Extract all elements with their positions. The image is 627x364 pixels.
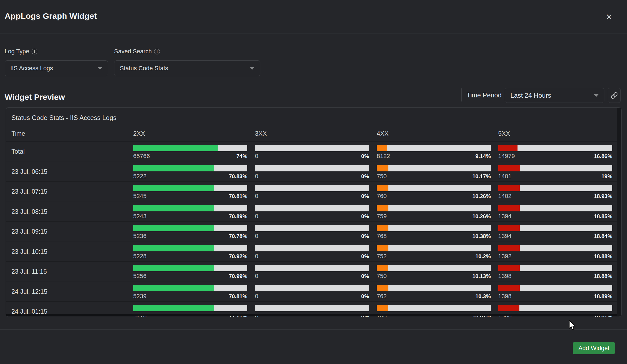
progress-bar — [498, 305, 612, 311]
progress-bar — [377, 285, 491, 291]
cell-value: 0 — [255, 153, 258, 160]
cell-percent: 10.26% — [472, 213, 491, 220]
widget-preview-heading: Widget Preview — [5, 92, 65, 102]
widget-preview-panel: Status Code Stats - IIS Access Logs Time… — [6, 107, 622, 317]
status-cell-2xx: 5256 70.99% — [133, 262, 255, 282]
progress-bar — [498, 185, 612, 191]
progress-bar-fill — [498, 265, 520, 271]
cell-percent: 0% — [361, 213, 369, 220]
cell-percent: 18.84% — [594, 233, 612, 239]
status-cell-2xx: 65766 74% — [133, 142, 255, 162]
time-period-select[interactable]: Last 24 Hours — [505, 88, 604, 103]
cell-value: 0 — [255, 233, 258, 240]
progress-bar — [498, 245, 612, 251]
status-cell-4xx: 768 10.38% — [377, 222, 498, 242]
log-type-selected-value: IIS Access Logs — [10, 65, 53, 72]
time-period-selected-value: Last 24 Hours — [510, 92, 551, 99]
log-type-label: Log Type i — [5, 48, 37, 55]
cell-percent: 18.88% — [594, 273, 612, 279]
status-cell-4xx: 752 10.2% — [377, 242, 498, 262]
progress-bar-fill — [498, 245, 520, 251]
add-widget-button[interactable]: Add Widget — [573, 342, 615, 354]
cell-percent: 18.85% — [594, 213, 612, 220]
progress-bar — [498, 285, 612, 291]
cell-percent: 0% — [361, 273, 369, 279]
cell-value: 0 — [255, 273, 258, 280]
status-cell-4xx: 760 10.26% — [377, 182, 498, 202]
cell-value: 1401 — [498, 173, 512, 180]
info-icon[interactable]: i — [32, 49, 37, 54]
cell-percent: 70.83% — [229, 173, 247, 180]
footer-divider — [0, 329, 627, 330]
progress-bar — [133, 285, 247, 291]
log-type-select[interactable]: IIS Access Logs — [5, 60, 108, 76]
row-time-label: 23 Jul, 07:15 — [11, 188, 133, 195]
progress-bar — [377, 305, 491, 311]
progress-bar-fill — [133, 285, 214, 291]
cell-percent: 10.26% — [472, 193, 491, 199]
cell-value: 760 — [377, 193, 387, 200]
cell-percent: 0% — [361, 173, 369, 180]
table-row: Total 65766 74% 0 0% 8122 9.14% — [6, 141, 621, 162]
cell-value: 8122 — [377, 153, 390, 160]
progress-bar — [133, 225, 247, 231]
status-cell-2xx: 5243 70.89% — [133, 202, 255, 222]
cell-percent: 10.3% — [475, 293, 491, 300]
vertical-scrollbar[interactable] — [617, 108, 621, 316]
chevron-down-icon — [594, 94, 599, 97]
progress-bar — [377, 205, 491, 211]
close-icon[interactable]: × — [603, 11, 615, 23]
progress-bar — [377, 265, 491, 271]
status-cell-5xx: 1398 18.89% — [498, 282, 613, 302]
column-header-2xx: 2XX — [133, 130, 255, 137]
widget-table-body: Total 65766 74% 0 0% 8122 9.14% — [6, 141, 621, 317]
progress-bar-fill — [498, 165, 520, 171]
status-cell-5xx: 1398 18.88% — [498, 262, 613, 282]
progress-bar — [133, 205, 247, 211]
progress-bar — [255, 185, 369, 191]
progress-bar-fill — [498, 185, 520, 191]
progress-bar-fill — [377, 165, 388, 171]
cell-value: 759 — [377, 213, 387, 220]
status-cell-2xx: 5228 70.92% — [133, 242, 255, 262]
cell-value: 5228 — [133, 253, 147, 260]
progress-bar-fill — [498, 145, 518, 151]
horizontal-scrollbar[interactable] — [6, 314, 617, 316]
cell-percent: 70.92% — [229, 253, 247, 260]
status-cell-5xx: 1392 18.88% — [498, 242, 613, 262]
progress-bar — [133, 265, 247, 271]
cell-percent: 0% — [361, 253, 369, 260]
table-row: 23 Jul, 09:15 5236 70.78% 0 0% 768 10.38… — [6, 221, 621, 242]
row-time-label: 23 Jul, 09:15 — [11, 228, 133, 235]
table-row: 23 Jul, 06:15 5222 70.83% 0 0% 750 10.17… — [6, 162, 621, 182]
progress-bar — [133, 145, 247, 151]
row-time-label: 23 Jul, 11:15 — [11, 268, 133, 275]
cell-value: 750 — [377, 173, 387, 180]
dialog-header: AppLogs Graph Widget × — [0, 0, 627, 33]
progress-bar — [498, 265, 612, 271]
progress-bar — [498, 165, 612, 171]
status-cell-3xx: 0 0% — [255, 242, 377, 262]
cell-percent: 9.14% — [475, 153, 491, 159]
cell-value: 1402 — [498, 193, 512, 200]
status-cell-3xx: 0 0% — [255, 142, 377, 162]
info-icon[interactable]: i — [154, 49, 160, 54]
progress-bar — [255, 165, 369, 171]
cell-percent: 10.13% — [472, 273, 491, 279]
progress-bar — [255, 205, 369, 211]
progress-bar — [255, 285, 369, 291]
progress-bar-fill — [133, 205, 214, 211]
status-cell-4xx: 750 10.17% — [377, 162, 498, 182]
cell-value: 14979 — [498, 153, 515, 160]
cell-percent: 70.89% — [229, 213, 247, 220]
saved-search-select[interactable]: Status Code Stats — [114, 60, 260, 76]
status-cell-3xx: 0 0% — [255, 202, 377, 222]
link-icon — [611, 92, 618, 99]
dialog-title: AppLogs Graph Widget — [5, 11, 97, 21]
chevron-down-icon — [250, 67, 255, 70]
progress-bar-fill — [498, 285, 520, 291]
status-cell-5xx: 1394 18.85% — [498, 202, 613, 222]
status-cell-4xx: 750 10.13% — [377, 262, 498, 282]
copy-link-button[interactable] — [608, 88, 621, 103]
table-row: 23 Jul, 08:15 5243 70.89% 0 0% 759 10.26… — [6, 202, 621, 222]
